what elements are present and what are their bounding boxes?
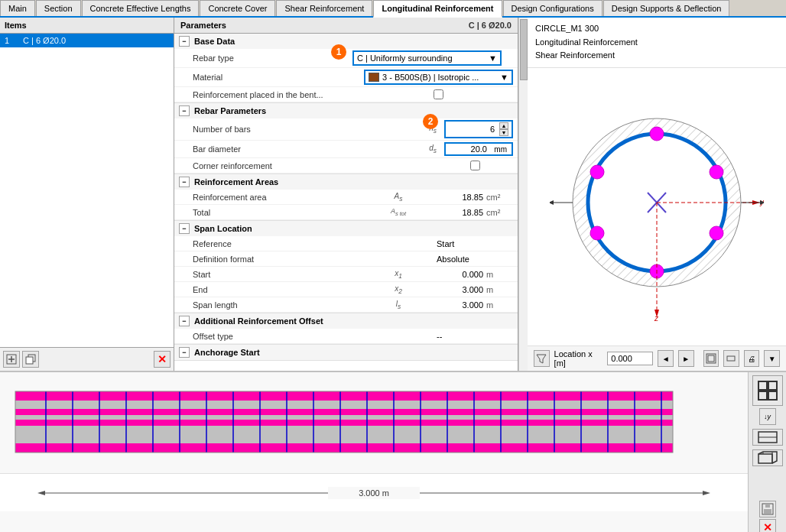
reinf-area-symbol: As <box>387 192 410 203</box>
tab-section[interactable]: Section <box>36 0 81 16</box>
reinf-bent-checkbox[interactable] <box>434 89 443 99</box>
definition-value: Absolute <box>437 255 513 264</box>
grid-view-button[interactable] <box>752 375 783 406</box>
reinf-areas-header[interactable]: − Reinforcement Areas <box>174 174 518 190</box>
svg-marker-63 <box>37 491 45 495</box>
bottom-area: 3.000 m ↓y <box>0 371 786 532</box>
svg-rect-29 <box>708 355 714 362</box>
collapse-icon-6: − <box>179 347 190 358</box>
num-bars-input-wrapper: ▲ ▼ <box>444 120 513 138</box>
reference-value: Start <box>437 239 513 248</box>
svg-rect-36 <box>15 443 673 453</box>
material-dropdown[interactable]: 3 - B500S(B) | Isotropic ... ▼ <box>364 70 513 85</box>
svg-point-9 <box>650 127 664 141</box>
num-bars-down[interactable]: ▼ <box>499 129 508 136</box>
reinf-area-value: 18.85 <box>410 193 486 202</box>
bar-diameter-input[interactable] <box>449 144 487 154</box>
location-step-down[interactable]: ◄ <box>658 350 674 367</box>
collapse-icon-5: − <box>179 316 190 326</box>
tab-shear[interactable]: Shear Reinforcement <box>276 0 372 16</box>
list-item[interactable]: 1 C | 6 Ø20.0 <box>0 34 174 47</box>
rebar-params-header[interactable]: − Rebar Parameters <box>174 103 518 118</box>
location-label: Location x [m] <box>554 349 603 368</box>
items-list: 1 C | 6 Ø20.0 <box>0 34 174 347</box>
add-item-button[interactable] <box>3 351 20 368</box>
reinf-bent-checkbox-cell <box>364 89 513 99</box>
location-step-up[interactable]: ► <box>678 350 694 367</box>
delete-item-button[interactable]: ✕ <box>154 351 171 368</box>
num-bars-spinner: ▲ ▼ <box>499 122 508 136</box>
corner-reinf-checkbox[interactable] <box>470 161 480 170</box>
preview-title-3: Shear Reinforcement <box>535 49 778 63</box>
tab-design-supp[interactable]: Design Supports & Deflection <box>603 0 730 16</box>
collapse-icon-4: − <box>179 223 190 234</box>
svg-point-13 <box>590 226 604 240</box>
3d-view-button[interactable] <box>752 449 783 466</box>
save-view-button[interactable] <box>759 501 776 517</box>
rebar-params-section: − Rebar Parameters Number of bars ns 2 ▲ <box>174 103 518 174</box>
tab-design-conf[interactable]: Design Configurations <box>503 0 602 16</box>
anchorage-header[interactable]: − Anchorage Start <box>174 345 518 360</box>
more-button[interactable]: ▼ <box>764 350 780 367</box>
params-scrollbar[interactable] <box>518 18 528 371</box>
material-color-swatch <box>369 73 379 82</box>
view-mode-button[interactable] <box>752 429 783 446</box>
reinf-area-unit: cm² <box>486 193 513 202</box>
item-number: 1 <box>5 36 23 45</box>
view-btn-1[interactable] <box>703 350 719 367</box>
anchorage-section: − Anchorage Start <box>174 345 518 361</box>
base-data-header[interactable]: − Base Data <box>174 34 518 49</box>
reference-row: Reference Start <box>174 236 518 251</box>
svg-marker-64 <box>703 491 710 495</box>
num-bars-input[interactable] <box>449 125 495 134</box>
copy-item-button[interactable] <box>22 351 39 368</box>
bar-diameter-symbol: ds <box>421 144 444 154</box>
start-row: Start x1 0.000 m <box>174 267 518 282</box>
collapse-icon-2: − <box>179 105 190 116</box>
y-axis-btn[interactable]: ↓y <box>759 408 776 425</box>
bar-diameter-input-wrapper: mm <box>444 142 513 156</box>
beam-svg <box>0 372 688 472</box>
svg-rect-69 <box>758 391 767 400</box>
preview-filter-button[interactable] <box>534 350 550 367</box>
total-area-row: Total As tot 18.85 cm² <box>174 205 518 220</box>
svg-rect-33 <box>15 391 673 401</box>
cross-section-svg: y z <box>550 84 764 329</box>
svg-point-14 <box>590 165 604 179</box>
preview-bottom: Location x [m] ◄ ► 🖨 ▼ <box>528 345 786 371</box>
tab-long-reinf[interactable]: Longitudinal Reinforcement <box>373 0 502 18</box>
items-toolbar: ✕ <box>0 347 174 371</box>
collapse-icon: − <box>179 36 190 47</box>
num-bars-up[interactable]: ▲ <box>499 122 508 129</box>
total-area-value: 18.85 <box>410 208 486 217</box>
corner-reinf-row: Corner reinforcement <box>174 158 518 174</box>
span-len-value: 3.000 <box>410 300 486 310</box>
edit-view-button[interactable]: ✕ <box>759 519 776 532</box>
item-name: C | 6 Ø20.0 <box>23 36 169 45</box>
bar-diameter-row: Bar diameter ds mm <box>174 141 518 158</box>
tab-concrete-eff[interactable]: Concrete Effective Lengths <box>82 0 200 16</box>
start-value: 0.000 <box>410 270 486 279</box>
tab-concrete-cover[interactable]: Concrete Cover <box>200 0 275 16</box>
dimension-svg: 3.000 m <box>30 478 718 508</box>
span-location-section: − Span Location Reference Start Definiti… <box>174 221 518 313</box>
print-button[interactable]: 🖨 <box>744 350 760 367</box>
span-location-header[interactable]: − Span Location <box>174 221 518 236</box>
svg-rect-68 <box>768 381 777 390</box>
add-reinf-header[interactable]: − Additional Reinforcement Offset <box>174 313 518 329</box>
svg-rect-67 <box>758 381 767 390</box>
rebar-type-row: Rebar type 1 C | Uniformly surrounding ▼ <box>174 49 518 68</box>
svg-point-11 <box>710 226 723 240</box>
location-input[interactable] <box>607 352 653 365</box>
num-bars-symbol: ns <box>421 124 444 135</box>
params-panel: Parameters C | 6 Ø20.0 − Base Data Rebar… <box>174 18 518 371</box>
preview-canvas: y z <box>528 68 786 345</box>
svg-rect-4 <box>26 357 33 364</box>
preview-panel: CIRCLE_M1 300 Longitudinal Reinforcement… <box>528 18 786 371</box>
svg-rect-73 <box>758 454 772 463</box>
view-btn-2[interactable] <box>723 350 739 367</box>
base-data-section: − Base Data Rebar type 1 C | Uniformly s… <box>174 34 518 103</box>
rebar-type-dropdown[interactable]: C | Uniformly surrounding ▼ <box>352 50 502 66</box>
tab-main[interactable]: Main <box>0 0 35 16</box>
definition-row: Definition format Absolute <box>174 251 518 267</box>
